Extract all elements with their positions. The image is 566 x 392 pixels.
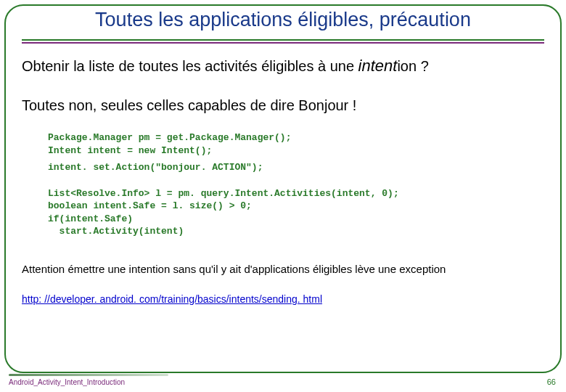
footer-line [9, 374, 168, 376]
intro-line-1-suffix: ion ? [397, 58, 428, 74]
title-underline [22, 39, 544, 42]
footer-left-text: Android_Activity_Intent_Introduction [9, 378, 125, 386]
intro-line-2: Toutes non, seules celles capables de di… [22, 97, 544, 114]
code-block-3: List<Resolve.Info> l = pm. query.Intent.… [48, 187, 544, 238]
page-number: 66 [547, 377, 556, 386]
code-block-1: Package.Manager pm = get.Package.Manager… [48, 131, 544, 157]
slide-body: Obtenir la liste de toutes les activités… [22, 57, 544, 363]
code-block-2: intent. set.Action("bonjour. ACTION"); [48, 161, 544, 174]
warning-text: Attention émettre une intention sans qu'… [22, 263, 544, 275]
intro-line-1-prefix: Obtenir la liste de toutes les activités… [22, 58, 358, 74]
intent-word: intent [358, 57, 398, 75]
slide-title: Toutes les applications éligibles, préca… [0, 9, 566, 31]
reference-link[interactable]: http: //developer. android. com/training… [22, 293, 322, 305]
slide: Toutes les applications éligibles, préca… [0, 0, 566, 392]
intro-line-1: Obtenir la liste de toutes les activités… [22, 57, 544, 75]
